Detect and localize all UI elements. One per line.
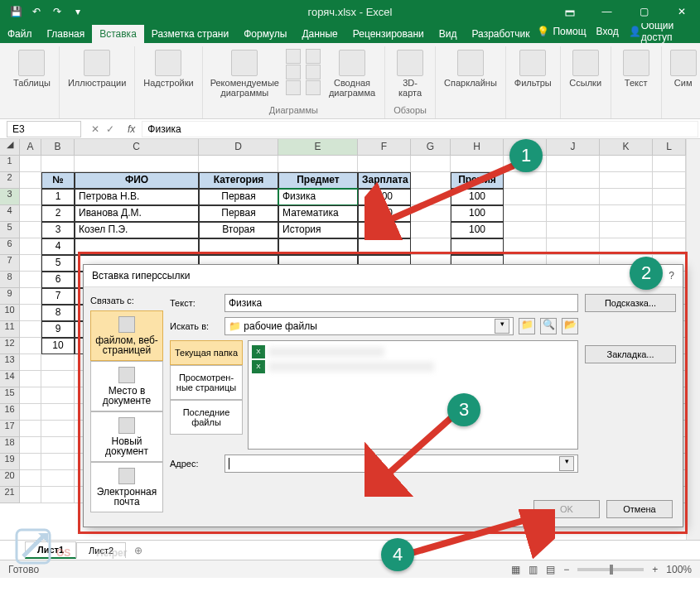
browse-web-icon[interactable]: 🔍 <box>540 318 557 334</box>
chart-scatter-icon[interactable] <box>306 65 321 79</box>
illustrations-button[interactable]: Иллюстрации <box>65 48 129 89</box>
cancel-formula-icon[interactable]: ✕ <box>91 123 99 135</box>
file-web-icon <box>118 316 135 333</box>
annotation-badge-3: 3 <box>447 393 480 426</box>
browse-file-icon[interactable]: 📂 <box>562 318 578 334</box>
3dmap-button[interactable]: 3D-карта <box>390 48 430 99</box>
new-document-icon <box>118 417 135 434</box>
list-item[interactable]: X <box>252 359 574 374</box>
annotation-badge-4: 4 <box>381 538 414 571</box>
chevron-down-icon[interactable]: ▾ <box>559 456 574 471</box>
chart-other-icon[interactable] <box>306 80 321 95</box>
minimize-icon[interactable]: — <box>588 0 625 23</box>
annotation-arrow-4 <box>398 509 555 567</box>
tab-developer[interactable]: Разработчик <box>464 25 537 43</box>
svg-line-6 <box>23 536 43 556</box>
annotation-badge-1: 1 <box>509 139 543 172</box>
dialog-help-icon[interactable]: ? <box>669 270 674 281</box>
sparklines-button[interactable]: Спарклайны <box>441 48 500 89</box>
accept-formula-icon[interactable]: ✓ <box>106 123 114 135</box>
window-title: горяч.xlsx - Excel <box>308 6 393 18</box>
document-place-icon <box>118 367 135 383</box>
save-icon[interactable]: 💾 <box>7 2 25 21</box>
zoom-out-icon[interactable]: − <box>563 564 569 575</box>
zoom-in-icon[interactable]: + <box>652 564 658 575</box>
up-folder-icon[interactable]: 📁 <box>519 318 535 334</box>
email-icon <box>118 468 135 484</box>
link-with-label: Связать с: <box>90 294 163 310</box>
chart-pie-icon[interactable] <box>286 80 301 95</box>
annotation-badge-2: 2 <box>630 257 663 290</box>
tab-view[interactable]: Вид <box>432 25 465 43</box>
filters-button[interactable]: Фильтры <box>511 48 555 89</box>
tab-layout[interactable]: Разметка страни <box>144 25 236 43</box>
screentip-button[interactable]: Подсказка... <box>585 294 676 312</box>
current-folder-tab[interactable]: Текущая папка <box>170 340 243 365</box>
fx-icon[interactable]: fx <box>123 123 140 135</box>
tab-formulas[interactable]: Формулы <box>236 25 294 43</box>
tell-me[interactable]: Помощ <box>553 26 586 37</box>
chart-area-icon[interactable] <box>306 49 321 64</box>
ribbon: Таблицы Иллюстрации Надстройки Рекоменду… <box>0 43 700 119</box>
share-button[interactable]: Общий доступ <box>641 20 693 43</box>
chevron-down-icon[interactable]: ▾ <box>495 319 509 334</box>
chart-line-icon[interactable] <box>286 65 301 79</box>
svg-rect-1 <box>566 11 574 12</box>
address-label: Адрес: <box>170 459 220 469</box>
link-to-email-option[interactable]: Электронная почта <box>90 462 163 512</box>
chart-bar-icon[interactable] <box>286 49 301 64</box>
ribbon-tabs: Файл Главная Вставка Разметка страни Фор… <box>0 23 700 43</box>
tab-review[interactable]: Рецензировани <box>345 25 432 43</box>
maximize-icon[interactable]: ▢ <box>625 0 663 23</box>
link-to-place-option[interactable]: Место в документе <box>90 361 163 411</box>
svg-line-4 <box>406 517 534 555</box>
svg-text:OS: OS <box>56 547 70 559</box>
recent-files-tab[interactable]: Последние файлы <box>170 400 243 435</box>
text-button[interactable]: Текст <box>616 48 656 89</box>
qat-dropdown-icon[interactable]: ▾ <box>69 2 87 21</box>
cancel-button[interactable]: Отмена <box>606 500 673 518</box>
titlebar: 💾 ↶ ↷ ▾ горяч.xlsx - Excel — ▢ ✕ <box>0 0 700 23</box>
link-to-file-option[interactable]: файлом, веб-страницей <box>90 310 163 361</box>
tab-data[interactable]: Данные <box>294 25 345 43</box>
display-text-input[interactable] <box>224 294 578 312</box>
excel-file-icon: X <box>252 360 265 373</box>
svg-line-3 <box>381 414 456 480</box>
zoom-slider[interactable] <box>577 568 644 571</box>
links-button[interactable]: Ссылки <box>566 48 606 89</box>
tables-button[interactable]: Таблицы <box>10 48 54 89</box>
tab-file[interactable]: Файл <box>0 25 40 43</box>
link-to-new-option[interactable]: Новый документ <box>90 411 163 462</box>
viewed-pages-tab[interactable]: Просмотрен- ные страницы <box>170 365 243 400</box>
vertical-scrollbar[interactable] <box>686 139 700 540</box>
recommended-charts-button[interactable]: Рекомендуемые диаграммы <box>208 48 282 99</box>
ribbon-options-icon[interactable] <box>551 0 588 23</box>
tab-insert[interactable]: Вставка <box>92 25 144 43</box>
dialog-title: Вставка гиперссылки <box>92 270 190 281</box>
symbols-button[interactable]: Сим <box>667 48 700 89</box>
pivotchart-button[interactable]: Сводная диаграмма <box>325 48 379 99</box>
watermark-logo: OS Helper <box>15 527 205 566</box>
annotation-arrow-1 <box>364 157 530 240</box>
undo-icon[interactable]: ↶ <box>27 2 46 21</box>
folder-combo[interactable]: 📁 рабочие файлы▾ <box>224 317 514 335</box>
text-label: Текст: <box>170 298 220 308</box>
tab-home[interactable]: Главная <box>40 25 93 43</box>
redo-icon[interactable]: ↷ <box>48 2 66 21</box>
name-box[interactable] <box>7 121 81 137</box>
formula-input[interactable] <box>142 121 698 137</box>
login-link[interactable]: Вход <box>596 26 619 37</box>
svg-text:Helper: Helper <box>96 547 128 559</box>
bookmark-button[interactable]: Закладка... <box>585 345 676 363</box>
zoom-level[interactable]: 100% <box>666 564 692 575</box>
list-item[interactable]: X <box>252 344 574 359</box>
svg-line-2 <box>381 166 514 224</box>
excel-file-icon: X <box>252 345 265 358</box>
close-icon[interactable]: ✕ <box>663 0 700 23</box>
search-in-label: Искать в: <box>170 321 220 331</box>
formula-bar: ✕✓ fx <box>0 119 700 139</box>
addins-button[interactable]: Надстройки <box>140 48 196 89</box>
